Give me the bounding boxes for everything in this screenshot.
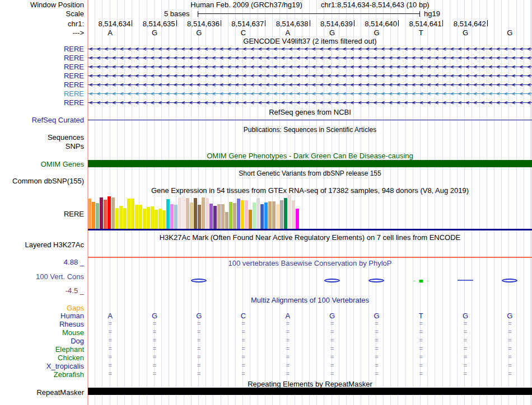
alignment-match-mark[interactable]: =	[108, 354, 111, 360]
gene-intron-line[interactable]: <<<<<<<<<<<<<<<<<<<<<<<<<<<<<<<<<<<<<<<<…	[88, 72, 532, 80]
alignment-match-mark[interactable]: =	[464, 345, 467, 352]
alignment-match-mark[interactable]: =	[508, 354, 511, 360]
alignment-match-mark[interactable]: =	[419, 320, 423, 327]
gtex-tissue-bar[interactable]	[123, 208, 127, 229]
alignment-match-mark[interactable]: =	[419, 328, 423, 335]
alignment-match-mark[interactable]: =	[153, 362, 156, 369]
gtex-tissue-bar[interactable]	[170, 204, 174, 229]
omim-track-title[interactable]: OMIM Gene Phenotypes - Dark Green Can Be…	[88, 152, 532, 160]
gene-intron-line[interactable]: <<<<<<<<<<<<<<<<<<<<<<<<<<<<<<<<<<<<<<<<…	[88, 98, 532, 107]
gene-intron-line[interactable]: <<<<<<<<<<<<<<<<<<<<<<<<<<<<<<<<<<<<<<<<…	[88, 63, 532, 71]
gtex-tissue-bar[interactable]	[92, 202, 95, 229]
alignment-match-mark[interactable]: =	[375, 362, 378, 369]
gtex-tissue-bar[interactable]	[162, 210, 166, 229]
gtex-tissue-bar[interactable]	[280, 200, 283, 229]
alignment-match-mark[interactable]: =	[286, 328, 290, 335]
dna-sequence-row[interactable]: AGGCAGGTGG	[88, 29, 532, 36]
phylop-track-title[interactable]: 100 vertebrates Basewise Conservation by…	[88, 259, 532, 267]
gtex-tissue-bar[interactable]	[202, 197, 205, 229]
alignment-match-mark[interactable]: =	[330, 345, 334, 352]
alignment-match-mark[interactable]: =	[464, 370, 467, 377]
alignment-match-mark[interactable]: =	[375, 370, 378, 377]
conservation-mark-lens[interactable]	[324, 279, 340, 282]
alignment-match-mark[interactable]: =	[108, 345, 111, 352]
gtex-tissue-bar[interactable]	[213, 206, 217, 229]
alignment-match-mark[interactable]: =	[153, 328, 156, 335]
alignment-match-mark[interactable]: =	[375, 337, 378, 343]
alignment-match-mark[interactable]: =	[330, 370, 334, 377]
conservation-mark-dot[interactable]	[419, 280, 423, 282]
gtex-tissue-bar[interactable]	[276, 204, 279, 229]
alignment-match-mark[interactable]: =	[375, 328, 378, 335]
gtex-tissue-bar[interactable]	[139, 205, 142, 229]
alignment-match-mark[interactable]: =	[464, 328, 467, 335]
alignment-match-mark[interactable]: =	[241, 328, 245, 335]
alignment-match-mark[interactable]: =	[286, 345, 290, 352]
alignment-match-mark[interactable]: =	[197, 345, 200, 352]
alignment-match-mark[interactable]: =	[153, 345, 156, 352]
alignment-match-mark[interactable]: =	[197, 320, 200, 327]
gtex-tissue-bar[interactable]	[100, 197, 103, 229]
alignment-match-mark[interactable]: =	[286, 337, 290, 343]
alignment-match-mark[interactable]: =	[419, 370, 423, 377]
alignment-match-mark[interactable]: =	[419, 345, 423, 352]
gtex-tissue-bar[interactable]	[296, 209, 299, 229]
gtex-tissue-bar[interactable]	[209, 204, 213, 229]
alignment-match-mark[interactable]: =	[508, 370, 511, 377]
alignment-match-mark[interactable]: =	[508, 362, 511, 369]
alignment-match-mark[interactable]: =	[508, 328, 511, 335]
gtex-tissue-bar[interactable]	[147, 207, 150, 229]
alignment-match-mark[interactable]: =	[330, 354, 334, 360]
repeatmasker-track-title[interactable]: Repeating Elements by RepeatMasker	[88, 380, 532, 388]
gtex-tissue-bar[interactable]	[174, 205, 178, 229]
alignment-match-mark[interactable]: =	[330, 328, 334, 335]
gtex-tissue-bar[interactable]	[155, 210, 158, 229]
alignment-match-mark[interactable]: =	[508, 337, 511, 343]
gtex-tissue-bar[interactable]	[284, 198, 287, 229]
gtex-tissue-bar[interactable]	[119, 206, 123, 229]
gtex-expression-barchart[interactable]	[88, 195, 301, 229]
gtex-tissue-bar[interactable]	[237, 199, 240, 229]
alignment-match-mark[interactable]: =	[419, 362, 423, 369]
gtex-tissue-bar[interactable]	[292, 200, 295, 229]
gtex-tissue-bar[interactable]	[241, 200, 244, 229]
refseq-track-title[interactable]: RefSeq genes from NCBI	[88, 108, 532, 116]
gtex-tissue-bar[interactable]	[166, 199, 170, 229]
gtex-tissue-bar[interactable]	[115, 208, 119, 229]
alignment-match-mark[interactable]: =	[464, 362, 467, 369]
alignment-match-mark[interactable]: =	[241, 354, 245, 360]
gtex-tissue-bar[interactable]	[158, 209, 162, 229]
gtex-tissue-bar[interactable]	[190, 202, 193, 229]
alignment-match-mark[interactable]: =	[375, 345, 378, 352]
gtex-tissue-bar[interactable]	[217, 204, 221, 229]
repeatmasker-bar[interactable]	[88, 388, 532, 395]
gtex-tissue-bar[interactable]	[268, 201, 272, 229]
alignment-match-mark[interactable]: =	[241, 345, 245, 352]
gtex-tissue-bar[interactable]	[221, 204, 225, 229]
gene-intron-line[interactable]: <<<<<<<<<<<<<<<<<<<<<<<<<<<<<<<<<<<<<<<<…	[88, 45, 532, 53]
alignment-match-mark[interactable]: =	[241, 320, 245, 327]
alignment-match-mark[interactable]: =	[153, 320, 156, 327]
gtex-tissue-bar[interactable]	[249, 210, 252, 229]
gtex-tissue-bar[interactable]	[88, 199, 91, 229]
gtex-tissue-bar[interactable]	[131, 199, 134, 229]
gtex-tissue-bar[interactable]	[206, 198, 209, 229]
gtex-tissue-bar[interactable]	[96, 203, 99, 229]
alignment-match-mark[interactable]: =	[197, 362, 200, 369]
gtex-tissue-bar[interactable]	[143, 209, 146, 229]
gtex-tissue-bar[interactable]	[108, 196, 111, 229]
alignment-match-mark[interactable]: =	[286, 354, 290, 360]
gtex-tissue-bar[interactable]	[256, 198, 260, 229]
alignment-match-mark[interactable]: =	[464, 320, 467, 327]
alignment-match-mark[interactable]: =	[197, 337, 200, 343]
alignment-match-mark[interactable]: =	[197, 370, 200, 377]
alignment-match-mark[interactable]: =	[241, 362, 245, 369]
alignment-match-mark[interactable]: =	[108, 370, 111, 377]
multiz-track-title[interactable]: Multiz Alignments of 100 Vertebrates	[88, 296, 532, 304]
alignment-match-mark[interactable]: =	[286, 320, 290, 327]
alignment-match-mark[interactable]: =	[464, 354, 467, 360]
alignment-match-mark[interactable]: =	[108, 337, 111, 343]
human-alignment-row[interactable]: AGGCAGGTGG	[88, 312, 532, 319]
gtex-tissue-bar[interactable]	[253, 202, 256, 229]
publications-track-title[interactable]: Publications: Sequences in Scientific Ar…	[88, 125, 532, 134]
